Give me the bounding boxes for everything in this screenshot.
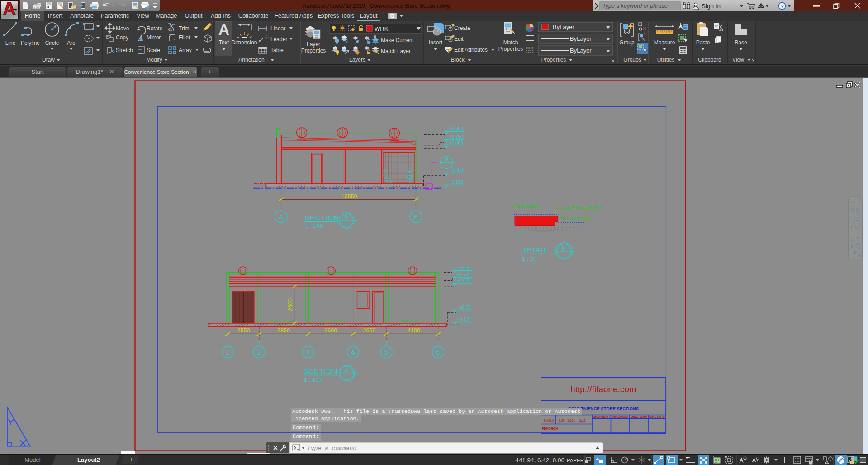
- svg-text:D: D: [562, 245, 566, 251]
- svg-text:1 : 100: 1 : 100: [304, 376, 322, 383]
- svg-text:+2.750: +2.750: [457, 272, 471, 277]
- svg-text:Draw: Draw: [42, 57, 55, 63]
- svg-text:A: A: [218, 21, 230, 38]
- svg-text:ByLayer: ByLayer: [570, 35, 592, 42]
- svg-text:±0.00: ±0.00: [452, 168, 463, 173]
- svg-text:Type a command: Type a command: [307, 445, 356, 452]
- svg-text:TILE 20X20: TILE 20X20: [514, 204, 539, 209]
- svg-text:+2.750: +2.750: [449, 134, 463, 139]
- svg-text:ATT.ROOM: ATT.ROOM: [319, 319, 344, 323]
- svg-text:Insert: Insert: [429, 39, 443, 46]
- svg-text:Paste: Paste: [696, 39, 710, 46]
- svg-text:Modify: Modify: [146, 57, 162, 63]
- svg-text:2D: 2D: [856, 211, 861, 216]
- svg-text:Match Layer: Match Layer: [381, 48, 411, 54]
- svg-text:ByLayer: ByLayer: [570, 47, 592, 54]
- svg-text:Copy: Copy: [116, 34, 128, 41]
- svg-text:Dimension: Dimension: [232, 39, 257, 46]
- svg-text:Rotate: Rotate: [147, 25, 163, 32]
- svg-text:+2.600: +2.600: [457, 278, 471, 283]
- svg-text:View: View: [732, 57, 744, 63]
- svg-text:SECTION: SECTION: [304, 367, 338, 375]
- svg-text:Edit: Edit: [454, 36, 464, 42]
- svg-text:441.94, 6.42, 0.00: 441.94, 6.42, 0.00: [515, 457, 564, 464]
- svg-text:1:10: 1:10: [579, 419, 586, 422]
- svg-text:A: A: [345, 367, 348, 373]
- svg-text:+3.800: +3.800: [449, 126, 463, 131]
- svg-text:Clipboard: Clipboard: [698, 57, 721, 63]
- svg-text:DISETUJUI: DISETUJUI: [631, 415, 647, 418]
- svg-text:Model: Model: [24, 456, 41, 463]
- svg-text:Create: Create: [454, 25, 470, 31]
- svg-text:Circle: Circle: [45, 40, 59, 46]
- svg-text:3600: 3600: [324, 327, 337, 334]
- svg-text:Base: Base: [735, 39, 747, 46]
- svg-text:Properties: Properties: [541, 57, 566, 63]
- svg-text:+2.600: +2.600: [449, 140, 463, 145]
- svg-text:−0.150: −0.150: [457, 317, 471, 322]
- svg-text:Leader: Leader: [270, 36, 287, 43]
- svg-text:B: B: [414, 213, 418, 221]
- svg-text:3850: 3850: [277, 327, 290, 334]
- svg-text:2550: 2550: [237, 327, 250, 334]
- svg-text:1 : 100: 1 : 100: [305, 222, 323, 229]
- svg-text:DIPERIKSA: DIPERIKSA: [612, 415, 628, 418]
- svg-text:MUSHOLA: MUSHOLA: [401, 319, 424, 323]
- svg-text:4100: 4100: [408, 327, 420, 334]
- svg-text:2: 2: [257, 349, 261, 356]
- svg-text:Properties: Properties: [498, 46, 523, 52]
- svg-text:±0.00: ±0.00: [460, 305, 471, 310]
- svg-text:Make Current: Make Current: [381, 37, 414, 43]
- svg-text:Match: Match: [503, 39, 518, 46]
- svg-text:D: D: [445, 157, 448, 162]
- svg-text:Block: Block: [451, 57, 465, 63]
- svg-text:Utilities: Utilities: [657, 57, 675, 63]
- svg-text:SHOP STORE: SHOP STORE: [266, 319, 298, 323]
- svg-text:Linear: Linear: [270, 25, 285, 32]
- svg-text:PAPER: PAPER: [567, 458, 584, 463]
- svg-text:http://fifaone.com: http://fifaone.com: [570, 384, 636, 394]
- svg-text:−0.150: −0.150: [449, 180, 463, 185]
- svg-text:Line: Line: [5, 40, 16, 46]
- svg-text:1 : 20: 1 : 20: [522, 255, 537, 262]
- svg-text:2600: 2600: [287, 298, 294, 311]
- svg-text:4: 4: [351, 349, 355, 356]
- svg-text:Annotation: Annotation: [238, 57, 264, 63]
- svg-text:Move: Move: [116, 25, 129, 32]
- svg-text:Table: Table: [270, 47, 284, 53]
- svg-text:Groups: Groups: [623, 57, 641, 63]
- svg-text:1: 1: [226, 349, 230, 356]
- svg-text:Text: Text: [219, 39, 229, 46]
- svg-text:ByLayer: ByLayer: [553, 24, 574, 30]
- svg-text:+: +: [129, 456, 133, 463]
- svg-text:Stretch: Stretch: [116, 47, 133, 53]
- svg-text:Layout2: Layout2: [77, 456, 100, 463]
- svg-text:Scale: Scale: [147, 47, 160, 53]
- svg-text:Layer: Layer: [307, 41, 320, 48]
- svg-text:SECTION: SECTION: [305, 214, 339, 221]
- svg-text:Edit Attributes: Edit Attributes: [454, 47, 488, 53]
- svg-text:Properties: Properties: [301, 48, 326, 54]
- svg-text:5: 5: [384, 349, 388, 356]
- svg-text:SKALA: SKALA: [544, 419, 555, 422]
- svg-text:6: 6: [436, 349, 440, 356]
- svg-text:WRK: WRK: [375, 25, 389, 32]
- svg-text:Layers: Layers: [349, 57, 365, 63]
- svg-text:?: ?: [781, 4, 784, 9]
- svg-text:DETAIL: DETAIL: [521, 246, 548, 254]
- svg-text:Group: Group: [619, 39, 635, 46]
- svg-text:Arc: Arc: [67, 40, 75, 46]
- svg-text:Fillet: Fillet: [179, 34, 190, 41]
- svg-text:STEEL ANGEL 50X50: STEEL ANGEL 50X50: [555, 205, 602, 210]
- svg-text:Trim: Trim: [179, 25, 190, 32]
- svg-text:Measure: Measure: [654, 39, 675, 46]
- svg-text:Type a keyword or phrase: Type a keyword or phrase: [602, 3, 668, 9]
- svg-text:+3.800: +3.800: [457, 265, 471, 270]
- svg-text:1:20 , 1:30 ,: 1:20 , 1:30 ,: [559, 419, 575, 422]
- svg-text:A: A: [279, 213, 284, 221]
- svg-text:10550: 10550: [342, 193, 357, 200]
- svg-text:3: 3: [306, 349, 310, 356]
- svg-text:TILE 100X200: TILE 100X200: [560, 216, 590, 221]
- svg-text:Sign In: Sign In: [702, 3, 721, 10]
- svg-text:Array: Array: [179, 47, 192, 53]
